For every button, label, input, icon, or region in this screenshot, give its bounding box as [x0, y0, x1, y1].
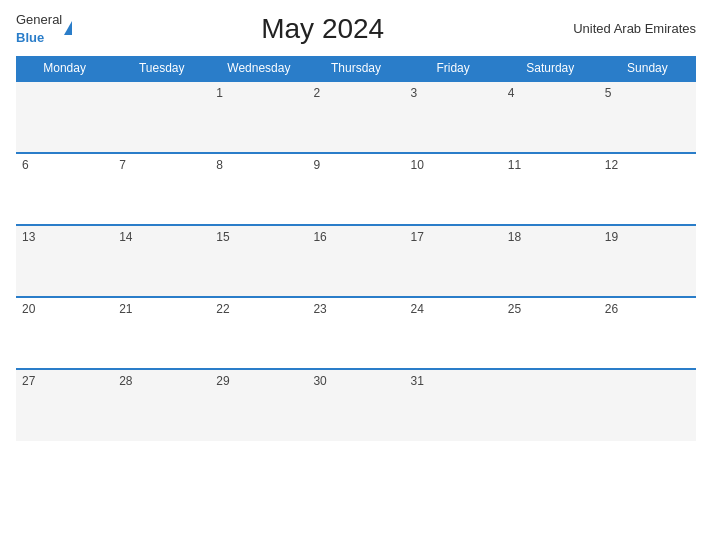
- calendar-cell: 13: [16, 225, 113, 297]
- col-wednesday: Wednesday: [210, 56, 307, 81]
- day-number: 27: [22, 374, 35, 388]
- day-number: 7: [119, 158, 126, 172]
- calendar-week-4: 20212223242526: [16, 297, 696, 369]
- day-number: 26: [605, 302, 618, 316]
- calendar-cell: 30: [307, 369, 404, 441]
- calendar-cell: 8: [210, 153, 307, 225]
- day-number: 1: [216, 86, 223, 100]
- calendar-page: General Blue May 2024 United Arab Emirat…: [0, 0, 712, 550]
- calendar-cell: 12: [599, 153, 696, 225]
- calendar-cell: 14: [113, 225, 210, 297]
- day-number: 12: [605, 158, 618, 172]
- calendar-cell: 3: [405, 81, 502, 153]
- calendar-body: 1234567891011121314151617181920212223242…: [16, 81, 696, 441]
- calendar-cell: [16, 81, 113, 153]
- day-number: 10: [411, 158, 424, 172]
- day-number: 13: [22, 230, 35, 244]
- calendar-cell: 28: [113, 369, 210, 441]
- calendar-cell: 21: [113, 297, 210, 369]
- calendar-cell: [599, 369, 696, 441]
- day-number: 6: [22, 158, 29, 172]
- calendar-cell: 18: [502, 225, 599, 297]
- calendar-week-1: 12345: [16, 81, 696, 153]
- col-saturday: Saturday: [502, 56, 599, 81]
- col-thursday: Thursday: [307, 56, 404, 81]
- calendar-cell: 11: [502, 153, 599, 225]
- region-label: United Arab Emirates: [573, 21, 696, 36]
- calendar-cell: 2: [307, 81, 404, 153]
- col-friday: Friday: [405, 56, 502, 81]
- day-number: 5: [605, 86, 612, 100]
- logo-text: General Blue: [16, 12, 62, 46]
- day-number: 17: [411, 230, 424, 244]
- calendar-cell: [113, 81, 210, 153]
- calendar-cell: 26: [599, 297, 696, 369]
- calendar-title: May 2024: [261, 13, 384, 45]
- calendar-cell: 7: [113, 153, 210, 225]
- calendar-cell: 6: [16, 153, 113, 225]
- day-number: 22: [216, 302, 229, 316]
- day-number: 14: [119, 230, 132, 244]
- day-number: 23: [313, 302, 326, 316]
- calendar-week-3: 13141516171819: [16, 225, 696, 297]
- day-number: 21: [119, 302, 132, 316]
- calendar-cell: 27: [16, 369, 113, 441]
- calendar-header: Monday Tuesday Wednesday Thursday Friday…: [16, 56, 696, 81]
- day-number: 11: [508, 158, 521, 172]
- calendar-cell: 19: [599, 225, 696, 297]
- col-tuesday: Tuesday: [113, 56, 210, 81]
- calendar-cell: 23: [307, 297, 404, 369]
- header: General Blue May 2024 United Arab Emirat…: [16, 12, 696, 46]
- header-row: Monday Tuesday Wednesday Thursday Friday…: [16, 56, 696, 81]
- calendar-cell: 5: [599, 81, 696, 153]
- calendar-table: Monday Tuesday Wednesday Thursday Friday…: [16, 56, 696, 441]
- calendar-week-5: 2728293031: [16, 369, 696, 441]
- calendar-cell: 15: [210, 225, 307, 297]
- calendar-cell: 22: [210, 297, 307, 369]
- day-number: 29: [216, 374, 229, 388]
- day-number: 24: [411, 302, 424, 316]
- day-number: 25: [508, 302, 521, 316]
- calendar-cell: 25: [502, 297, 599, 369]
- calendar-cell: 20: [16, 297, 113, 369]
- day-number: 18: [508, 230, 521, 244]
- day-number: 30: [313, 374, 326, 388]
- calendar-cell: 17: [405, 225, 502, 297]
- day-number: 15: [216, 230, 229, 244]
- calendar-cell: [502, 369, 599, 441]
- day-number: 4: [508, 86, 515, 100]
- day-number: 31: [411, 374, 424, 388]
- calendar-cell: 16: [307, 225, 404, 297]
- logo-triangle-icon: [64, 21, 72, 35]
- calendar-cell: 4: [502, 81, 599, 153]
- col-sunday: Sunday: [599, 56, 696, 81]
- col-monday: Monday: [16, 56, 113, 81]
- day-number: 8: [216, 158, 223, 172]
- day-number: 19: [605, 230, 618, 244]
- calendar-cell: 29: [210, 369, 307, 441]
- day-number: 20: [22, 302, 35, 316]
- calendar-week-2: 6789101112: [16, 153, 696, 225]
- calendar-cell: 1: [210, 81, 307, 153]
- logo: General Blue: [16, 12, 72, 46]
- day-number: 3: [411, 86, 418, 100]
- calendar-cell: 9: [307, 153, 404, 225]
- calendar-cell: 10: [405, 153, 502, 225]
- calendar-cell: 24: [405, 297, 502, 369]
- day-number: 9: [313, 158, 320, 172]
- day-number: 16: [313, 230, 326, 244]
- calendar-cell: 31: [405, 369, 502, 441]
- day-number: 2: [313, 86, 320, 100]
- day-number: 28: [119, 374, 132, 388]
